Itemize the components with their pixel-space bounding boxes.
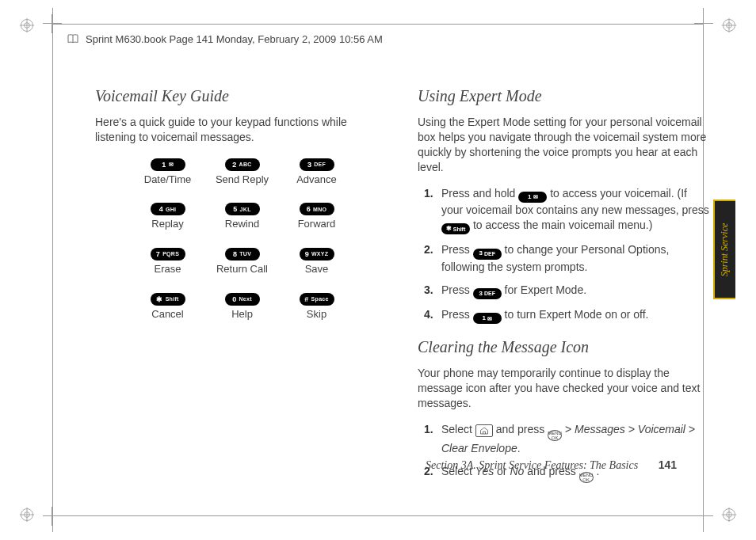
key-chip-icon: 0Next — [225, 293, 260, 306]
clear-icon-intro: Your phone may temporarily continue to d… — [418, 366, 712, 411]
key-1: 1✉ Date/Time — [133, 156, 203, 187]
section-tab: Sprint Service — [713, 200, 735, 299]
footer-section-label: Section 3A. Sprint Service Features: The… — [426, 459, 638, 471]
registration-mark-icon — [19, 507, 35, 523]
key-chip-icon: 8TUV — [225, 248, 260, 260]
voicemail-key-guide-title: Voicemail Key Guide — [95, 86, 389, 107]
step-item: Press and hold 1✉ to access your voicema… — [424, 186, 712, 235]
clear-icon-steps: Select and press MENU OK > Messages > Vo… — [424, 422, 712, 483]
crop-cross-icon — [48, 511, 57, 521]
key-label: Send Reply — [208, 173, 277, 187]
key-1-icon: 1✉ — [473, 313, 502, 324]
key-2: 2ABC Send Reply — [208, 156, 277, 187]
content-area: Voicemail Key Guide Here's a quick guide… — [95, 86, 712, 485]
key-5: 5JKL Rewind — [208, 200, 277, 231]
key-chip-icon: #Space — [300, 293, 334, 306]
key-label: Advance — [282, 173, 352, 187]
voicemail-key-guide-intro: Here's a quick guide to your keypad func… — [95, 115, 389, 145]
key-chip-icon: 4GHI — [151, 203, 185, 215]
registration-mark-icon — [721, 17, 737, 33]
key-chip-icon: 1✉ — [151, 158, 185, 171]
key-label: Skip — [282, 307, 352, 321]
key-6: 6MNO Forward — [282, 200, 352, 231]
key-label: Replay — [133, 217, 203, 231]
clear-icon-title: Clearing the Message Icon — [418, 337, 712, 358]
crop-mark — [52, 515, 704, 516]
key-0: 0Next Help — [208, 291, 277, 321]
key-label: Erase — [133, 262, 203, 276]
key-chip-icon: 5JKL — [225, 203, 260, 215]
key-4: 4GHI Replay — [133, 200, 203, 231]
key-chip-icon: 9WXYZ — [300, 248, 334, 260]
menu-ok-icon: MENU OK — [579, 472, 594, 483]
key-label: Save — [282, 262, 352, 276]
step-item: Press 1✉ to turn Expert Mode on or off. — [424, 307, 712, 324]
page-number: 141 — [659, 458, 677, 471]
key-chip-icon: ✱Shift — [151, 293, 185, 306]
document-header-text: Sprint M630.book Page 141 Monday, Februa… — [86, 33, 383, 45]
crop-cross-icon — [48, 19, 57, 29]
crop-cross-icon — [699, 511, 708, 521]
key-label: Help — [208, 307, 277, 321]
page-root: Sprint M630.book Page 141 Monday, Februa… — [0, 0, 756, 540]
page-footer: Section 3A. Sprint Service Features: The… — [426, 458, 677, 472]
registration-mark-icon — [721, 507, 737, 523]
key-label: Forward — [282, 217, 352, 231]
document-header: Sprint M630.book Page 141 Monday, Februa… — [67, 29, 389, 49]
key-3: 3DEF Advance — [282, 156, 352, 187]
expert-mode-title: Using Expert Mode — [418, 86, 712, 107]
step-item: Press 3DEF for Expert Mode. — [424, 283, 712, 299]
key-hash: #Space Skip — [282, 291, 352, 321]
expert-mode-steps: Press and hold 1✉ to access your voicema… — [424, 186, 712, 325]
crop-cross-icon — [699, 19, 708, 29]
crop-mark — [52, 24, 704, 25]
crop-mark — [52, 8, 53, 532]
key-3-icon: 3DEF — [473, 249, 502, 260]
key-9: 9WXYZ Save — [282, 245, 352, 276]
expert-mode-intro: Using the Expert Mode setting for your p… — [418, 115, 712, 175]
registration-mark-icon — [19, 17, 35, 33]
left-column: Voicemail Key Guide Here's a quick guide… — [95, 86, 389, 491]
key-chip-icon: 7PQRS — [151, 248, 185, 260]
menu-ok-icon: MENU OK — [548, 430, 562, 441]
key-label: Cancel — [133, 307, 203, 321]
key-1-icon: 1✉ — [518, 192, 547, 203]
right-column: Using Expert Mode Using the Expert Mode … — [418, 86, 712, 491]
step-item: Select and press MENU OK > Messages > Vo… — [424, 422, 712, 456]
key-7: 7PQRS Erase — [133, 245, 203, 276]
key-8: 8TUV Return Call — [208, 245, 277, 276]
key-star-icon: ✱Shift — [441, 223, 470, 234]
key-3-icon: 3DEF — [473, 288, 502, 299]
key-chip-icon: 3DEF — [300, 158, 334, 171]
key-label: Rewind — [208, 217, 277, 231]
book-icon — [67, 32, 79, 46]
key-star: ✱Shift Cancel — [133, 291, 203, 321]
key-label: Date/Time — [133, 173, 203, 187]
key-chip-icon: 6MNO — [300, 203, 334, 215]
keypad-grid: 1✉ Date/Time 2ABC Send Reply 3DEF Advanc… — [95, 156, 389, 321]
key-chip-icon: 2ABC — [225, 158, 260, 171]
key-label: Return Call — [208, 262, 277, 276]
step-item: Press 3DEF to change your Personal Optio… — [424, 242, 712, 274]
home-icon — [475, 424, 493, 437]
section-tab-label: Sprint Service — [720, 222, 731, 276]
